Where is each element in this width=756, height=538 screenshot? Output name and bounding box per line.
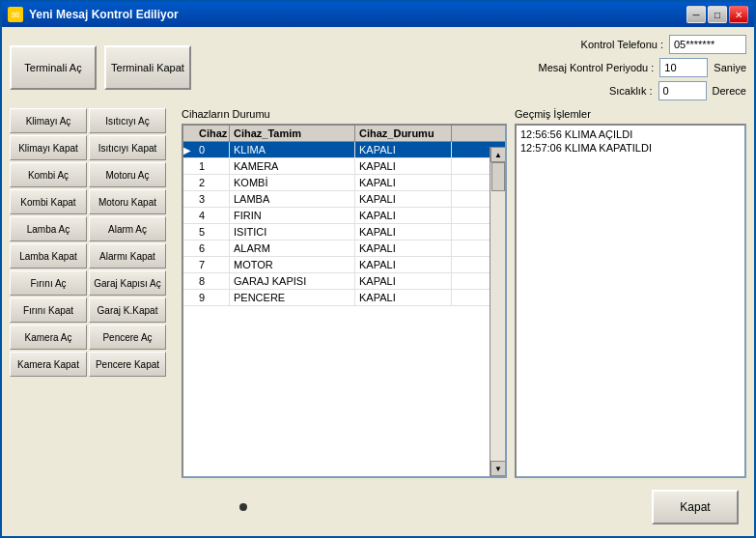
firini-ac-button[interactable]: Fırını Aç (10, 270, 87, 296)
th-tamim: Cihaz_Tamim (230, 126, 355, 141)
td-id: 8 (195, 273, 230, 289)
kontrol-telefonu-input[interactable] (669, 35, 746, 54)
close-button[interactable]: ✕ (729, 6, 748, 23)
klimayi-kapat-button[interactable]: Klimayı Kapat (10, 135, 87, 160)
form-fields: Kontrol Telefonu : Mesaj Kontrol Periyod… (518, 35, 746, 100)
th-cihaz: Cihaz (195, 126, 230, 141)
sicaklik-row: Sıcaklık : Derece (518, 81, 746, 100)
th-durum: Cihaz_Durumu (355, 126, 452, 141)
terminal-ac-button[interactable]: Terminali Aç (10, 45, 97, 90)
title-buttons: ─ □ ✕ (686, 6, 748, 23)
kombi-ac-button[interactable]: Kombi Aç (10, 162, 87, 187)
td-status: KAPALI (355, 142, 452, 157)
device-table: Cihaz Cihaz_Tamim Cihaz_Durumu ▶ 0 KLIMA… (182, 124, 507, 478)
mesaj-periyodu-label: Mesaj Kontrol Periyodu : (518, 62, 654, 73)
isiticiyi-kapat-button[interactable]: Isıtıcıyı Kapat (89, 135, 166, 160)
td-name: MOTOR (230, 257, 355, 272)
mesaj-periyodu-row: Mesaj Kontrol Periyodu : Saniye (518, 58, 746, 77)
motoru-ac-button[interactable]: Motoru Aç (89, 162, 166, 187)
td-status: KAPALI (355, 158, 452, 174)
maximize-button[interactable]: □ (708, 6, 727, 23)
sicaklik-input[interactable] (658, 81, 707, 100)
pencere-kapat-button[interactable]: Pencere Kapat (89, 352, 166, 377)
td-status: KAPALI (355, 191, 452, 207)
td-id: 3 (195, 191, 230, 207)
scroll-thumb[interactable] (491, 162, 505, 191)
main-window: ✉ Yeni Mesaj Kontrol Ediliyor ─ □ ✕ Term… (0, 0, 756, 538)
kamera-ac-button[interactable]: Kamera Aç (10, 325, 87, 350)
table-row[interactable]: 5 ISITICI KAPALI (183, 224, 505, 241)
garaj-ac-button[interactable]: Garaj Kapısı Aç (89, 270, 166, 296)
td-id: 4 (195, 208, 230, 223)
minimize-button[interactable]: ─ (686, 6, 706, 23)
td-name: KOMBİ (230, 175, 355, 190)
bottom-section: Kapat (10, 486, 746, 528)
terminal-kapat-button[interactable]: Terminali Kapat (104, 45, 191, 90)
td-name: FIRIN (230, 208, 355, 223)
table-row[interactable]: 4 FIRIN KAPALI (183, 208, 505, 224)
klimayi-ac-button[interactable]: Klimayı Aç (10, 108, 87, 133)
td-status: KAPALI (355, 257, 452, 272)
pencere-ac-button[interactable]: Pencere Aç (89, 325, 166, 350)
td-status: KAPALI (355, 224, 452, 240)
firini-kapat-button[interactable]: Fırını Kapat (10, 297, 87, 323)
status-area (182, 503, 247, 511)
garaj-kapat-button[interactable]: Garaj K.Kapat (89, 297, 166, 323)
td-id: 9 (195, 290, 230, 305)
lamba-ac-button[interactable]: Lamba Aç (10, 216, 87, 241)
table-row[interactable]: ▶ 0 KLIMA KAPALI (183, 142, 505, 158)
table-row[interactable]: 9 PENCERE KAPALI (183, 290, 505, 306)
table-row[interactable]: 8 GARAJ KAPISI KAPALI (183, 273, 505, 290)
kontrol-telefonu-label: Kontrol Telefonu : (528, 39, 663, 50)
kamera-kapat-button[interactable]: Kamera Kapat (10, 352, 87, 377)
scroll-down-button[interactable]: ▼ (490, 461, 506, 476)
td-status: KAPALI (355, 273, 452, 289)
sicaklik-label: Sıcaklık : (518, 85, 653, 97)
row-arrow: ▶ (183, 145, 195, 156)
right-section: Geçmiş İşlemler 12:56:56 KLIMA AÇILDI 12… (515, 108, 746, 478)
alarm-ac-button[interactable]: Alarm Aç (89, 216, 166, 241)
table-row[interactable]: 6 ALARM KAPALI (183, 241, 505, 257)
content-area: Terminali Aç Terminali Kapat Kontrol Tel… (2, 27, 754, 536)
kontrol-telefonu-row: Kontrol Telefonu : (528, 35, 746, 54)
center-section: Cihazların Durumu Cihaz Cihaz_Tamim Ciha… (182, 108, 507, 478)
table-row[interactable]: 3 LAMBA KAPALI (183, 191, 505, 208)
td-id: 2 (195, 175, 230, 190)
history-box: 12:56:56 KLIMA AÇILDI 12:57:06 KLIMA KAP… (515, 124, 746, 478)
table-row[interactable]: 2 KOMBİ KAPALI (183, 175, 505, 191)
kombi-kapat-button[interactable]: Kombi Kapat (10, 189, 87, 214)
mesaj-periyodu-input[interactable] (659, 58, 708, 77)
button-col-1: Klimayı Aç Klimayı Kapat Kombi Aç Kombi … (10, 108, 87, 377)
table-body[interactable]: ▶ 0 KLIMA KAPALI 1 KAMERA KAPALI (183, 142, 505, 471)
left-button-area: Klimayı Aç Klimayı Kapat Kombi Aç Kombi … (10, 108, 174, 478)
td-name: KAMERA (230, 158, 355, 174)
table-row[interactable]: 1 KAMERA KAPALI (183, 158, 505, 175)
isiticiyi-ac-button[interactable]: Isıtıcıyı Aç (89, 108, 166, 133)
alarmi-kapat-button[interactable]: Alarmı Kapat (89, 243, 166, 269)
scrollbar[interactable]: ▲ ▼ (490, 147, 505, 476)
title-bar-left: ✉ Yeni Mesaj Kontrol Ediliyor (8, 7, 179, 22)
table-row[interactable]: 7 MOTOR KAPALI (183, 257, 505, 273)
window-icon: ✉ (8, 7, 23, 22)
mesaj-periyodu-unit: Saniye (714, 62, 746, 73)
td-name: GARAJ KAPISI (230, 273, 355, 289)
td-status: KAPALI (355, 290, 452, 305)
scroll-track (490, 162, 505, 461)
kapat-button[interactable]: Kapat (652, 490, 739, 524)
history-item: 12:57:06 KLIMA KAPATILDI (518, 141, 742, 155)
window-title: Yeni Mesaj Kontrol Ediliyor (29, 8, 179, 21)
td-name: ALARM (230, 241, 355, 256)
lamba-kapat-button[interactable]: Lamba Kapat (10, 243, 87, 269)
title-bar: ✉ Yeni Mesaj Kontrol Ediliyor ─ □ ✕ (2, 2, 754, 27)
td-status: KAPALI (355, 175, 452, 190)
td-id: 0 (195, 142, 230, 157)
scroll-up-button[interactable]: ▲ (490, 147, 506, 162)
td-status: KAPALI (355, 208, 452, 223)
td-name: PENCERE (230, 290, 355, 305)
history-item: 12:56:56 KLIMA AÇILDI (518, 127, 742, 141)
button-cols: Klimayı Aç Klimayı Kapat Kombi Aç Kombi … (10, 108, 174, 377)
motoru-kapat-button[interactable]: Motoru Kapat (89, 189, 166, 214)
td-status: KAPALI (355, 241, 452, 256)
table-header: Cihaz Cihaz_Tamim Cihaz_Durumu (183, 126, 505, 142)
td-id: 1 (195, 158, 230, 174)
